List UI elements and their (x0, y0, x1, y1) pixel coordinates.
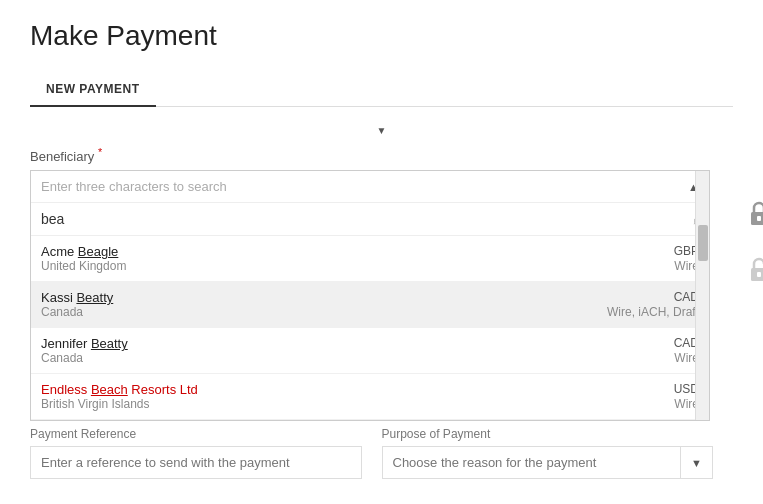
beneficiary-label: Beneficiary * (30, 146, 733, 164)
lock-icons (748, 200, 763, 282)
page: Make Payment NEW PAYMENT ▼ Beneficiary *… (0, 0, 763, 504)
list-item[interactable]: Endless Beach Resorts Ltd USD British Vi… (31, 374, 709, 420)
page-title: Make Payment (30, 20, 733, 52)
search-row: ⌕ (31, 203, 709, 236)
item-name: Acme Beagle (41, 244, 674, 259)
dropdown-list: Acme Beagle GBP United Kingdom Wire Kass… (31, 236, 709, 420)
list-item[interactable]: Acme Beagle GBP United Kingdom Wire (31, 236, 709, 282)
list-item[interactable]: Kassi Beatty CAD Canada Wire, iACH, Draf… (31, 282, 709, 328)
item-currency: CAD (607, 290, 699, 304)
payment-reference-input[interactable] (30, 446, 362, 479)
bottom-fields: Payment Reference Purpose of Payment ▼ (30, 427, 713, 479)
dropdown-header: Enter three characters to search ▲ (31, 171, 709, 203)
item-name: Kassi Beatty (41, 290, 607, 305)
item-country: United Kingdom (41, 259, 674, 273)
item-country: British Virgin Islands (41, 397, 674, 411)
tabs: NEW PAYMENT (30, 72, 733, 107)
tab-new-payment[interactable]: NEW PAYMENT (30, 72, 156, 106)
payment-reference-label: Payment Reference (30, 427, 362, 441)
purpose-dropdown-arrow[interactable]: ▼ (680, 447, 712, 478)
purpose-dropdown[interactable]: ▼ (382, 446, 714, 479)
lock-closed-icon (748, 200, 763, 226)
item-country: Canada (41, 305, 607, 319)
beneficiary-search-input[interactable] (39, 207, 693, 231)
list-item[interactable]: Jennifer Beatty CAD Canada Wire (31, 328, 709, 374)
item-methods: Wire, iACH, Draft (607, 305, 699, 319)
item-name: Jennifer Beatty (41, 336, 674, 351)
purpose-input[interactable] (383, 447, 681, 478)
svg-rect-3 (757, 272, 761, 277)
scrollbar[interactable] (695, 171, 709, 420)
tab-arrow: ▼ (30, 125, 733, 136)
purpose-of-payment-field: Purpose of Payment ▼ (382, 427, 714, 479)
svg-rect-1 (757, 216, 761, 221)
item-country: Canada (41, 351, 674, 365)
beneficiary-dropdown[interactable]: Enter three characters to search ▲ ⌕ Acm… (30, 170, 710, 421)
lock-open-icon (748, 256, 763, 282)
payment-reference-field: Payment Reference (30, 427, 362, 479)
scrollbar-thumb[interactable] (698, 225, 708, 261)
purpose-of-payment-label: Purpose of Payment (382, 427, 714, 441)
item-name: Endless Beach Resorts Ltd (41, 382, 674, 397)
